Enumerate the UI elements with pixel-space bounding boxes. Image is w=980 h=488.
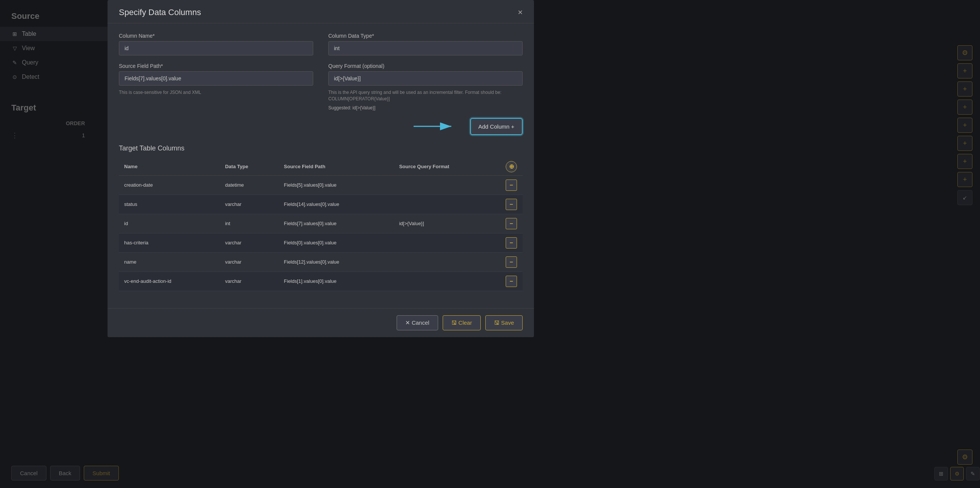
remove-row-button[interactable]: − [506,237,517,249]
remove-row-button[interactable]: − [506,218,517,229]
cell-action: − [500,233,523,252]
col-header-name: Name [119,158,220,176]
cancel-button[interactable]: ✕ Cancel [397,315,438,330]
table-row: status varchar Fields[14].values[0].valu… [119,195,523,214]
table-row: has-criteria varchar Fields[0].values[0]… [119,233,523,252]
cell-name: vc-end-audit-action-id [119,271,220,291]
cell-source-path: Fields[12].values[0].value [278,252,394,271]
cell-datatype: varchar [220,233,278,252]
remove-row-button[interactable]: − [506,276,517,287]
form-row-2: Source Field Path* This is case-sensitiv… [119,63,523,111]
add-column-area: Add Column + [119,118,523,135]
cell-name: name [119,252,220,271]
cell-datatype: datetime [220,175,278,195]
query-format-hint: This is the API query string and will be… [328,89,523,102]
query-format-input[interactable] [328,71,523,86]
source-field-path-label: Source Field Path* [119,63,313,69]
cell-source-path: Fields[7].values[0].value [278,214,394,233]
cell-action: − [500,195,523,214]
col-header-actions: ⊕ [500,158,523,176]
table-row: vc-end-audit-action-id varchar Fields[1]… [119,271,523,291]
cell-query-format: id[>{Value}] [394,214,500,233]
col-header-source-path: Source Field Path [278,158,394,176]
target-columns-table: Name Data Type Source Field Path Source … [119,158,523,291]
table-row: creation-date datetime Fields[5].values[… [119,175,523,195]
column-data-type-input[interactable] [328,41,523,55]
remove-row-button[interactable]: − [506,257,517,268]
arrow-decoration [414,119,459,134]
source-field-path-input[interactable] [119,71,313,86]
remove-row-button[interactable]: − [506,199,517,210]
cell-source-path: Fields[0].values[0].value [278,233,394,252]
add-column-button[interactable]: Add Column + [470,118,523,135]
remove-row-button[interactable]: − [506,179,517,191]
cell-action: − [500,175,523,195]
modal-body: Column Name* Column Data Type* Source Fi… [108,24,534,301]
query-format-suggested: Suggested: id[>{Value}] [328,105,523,111]
table-header-row: Name Data Type Source Field Path Source … [119,158,523,176]
modal-close-button[interactable]: × [518,8,523,17]
cell-name: has-criteria [119,233,220,252]
cell-name: creation-date [119,175,220,195]
source-field-path-hint: This is case-sensitive for JSON and XML [119,89,313,96]
table-body: creation-date datetime Fields[5].values[… [119,175,523,291]
cell-name: id [119,214,220,233]
cell-source-path: Fields[5].values[0].value [278,175,394,195]
cell-query-format [394,175,500,195]
source-field-path-group: Source Field Path* This is case-sensitiv… [119,63,313,111]
cell-source-path: Fields[14].values[0].value [278,195,394,214]
cell-query-format [394,233,500,252]
save-button[interactable]: 🖫 Save [485,315,523,330]
cell-query-format [394,252,500,271]
add-row-circle-button[interactable]: ⊕ [506,161,517,172]
modal-footer: ✕ Cancel 🖫 Clear 🖫 Save [108,308,534,337]
column-data-type-group: Column Data Type* [328,33,523,55]
column-name-input[interactable] [119,41,313,55]
specify-data-columns-modal: Specify Data Columns × Column Name* Colu… [108,0,534,337]
cell-action: − [500,252,523,271]
cell-source-path: Fields[1].values[0].value [278,271,394,291]
cell-query-format [394,271,500,291]
modal-header: Specify Data Columns × [108,0,534,24]
col-header-datatype: Data Type [220,158,278,176]
form-row-1: Column Name* Column Data Type* [119,33,523,55]
query-format-group: Query Format (optional) This is the API … [328,63,523,111]
column-data-type-label: Column Data Type* [328,33,523,39]
cell-query-format [394,195,500,214]
cell-datatype: varchar [220,252,278,271]
query-format-label: Query Format (optional) [328,63,523,69]
table-row: id int Fields[7].values[0].value id[>{Va… [119,214,523,233]
cell-action: − [500,271,523,291]
cell-name: status [119,195,220,214]
modal-title: Specify Data Columns [119,8,201,17]
col-header-query-format: Source Query Format [394,158,500,176]
table-row: name varchar Fields[12].values[0].value … [119,252,523,271]
cell-datatype: int [220,214,278,233]
column-name-label: Column Name* [119,33,313,39]
cell-action: − [500,214,523,233]
cell-datatype: varchar [220,271,278,291]
target-table-title: Target Table Columns [119,144,523,152]
cell-datatype: varchar [220,195,278,214]
column-name-group: Column Name* [119,33,313,55]
clear-button[interactable]: 🖫 Clear [443,315,481,330]
